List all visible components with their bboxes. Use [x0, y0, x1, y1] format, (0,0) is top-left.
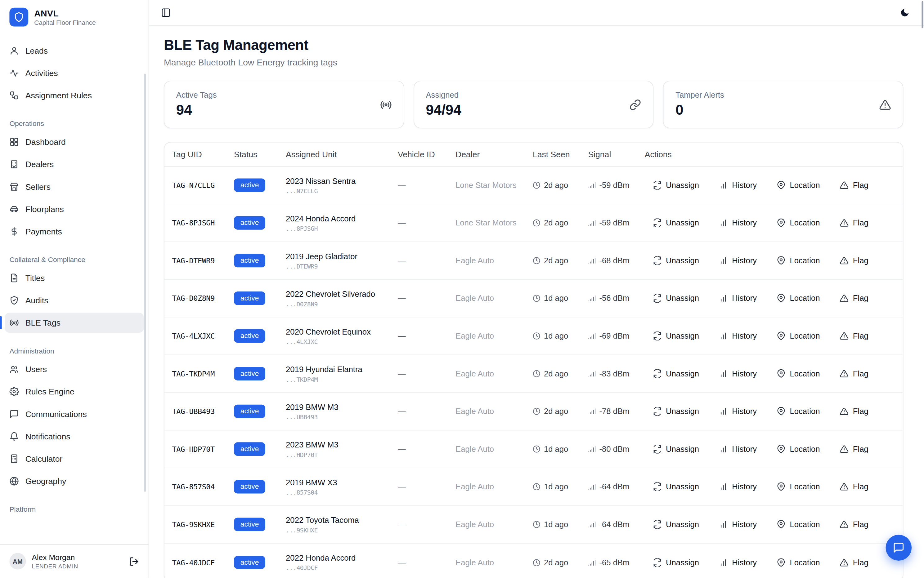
sidebar-item-activities[interactable]: Activities [5, 63, 144, 83]
sidebar-item-rules-engine[interactable]: Rules Engine [5, 382, 144, 402]
unassign-button[interactable]: Unassign [653, 369, 699, 378]
logout-button[interactable] [129, 556, 139, 566]
unassign-button[interactable]: Unassign [653, 294, 699, 303]
history-button[interactable]: History [719, 256, 757, 265]
unassign-button[interactable]: Unassign [653, 256, 699, 265]
location-button[interactable]: Location [777, 407, 820, 416]
location-label: Location [790, 482, 820, 491]
dealer: Eagle Auto [455, 558, 533, 567]
unassign-icon [653, 407, 662, 416]
flag-button[interactable]: Flag [840, 407, 869, 416]
location-button[interactable]: Location [777, 294, 820, 303]
unassign-label: Unassign [666, 520, 699, 529]
flag-button[interactable]: Flag [840, 181, 869, 190]
sidebar-toggle-button[interactable] [161, 8, 171, 18]
location-button[interactable]: Location [777, 482, 820, 491]
last-seen: 1d ago [544, 294, 568, 303]
sidebar-item-dealers[interactable]: Dealers [5, 154, 144, 175]
calculator-icon [9, 454, 19, 463]
user-footer[interactable]: AM Alex Morgan LENDER ADMIN [0, 544, 149, 578]
table-row: TAG-8PJSGH active 2024 Honda Accord ...8… [164, 205, 903, 242]
location-button[interactable]: Location [777, 331, 820, 340]
unassign-button[interactable]: Unassign [653, 558, 699, 567]
unassign-label: Unassign [666, 331, 699, 340]
flag-button[interactable]: Flag [840, 219, 869, 227]
sidebar-scrollbar[interactable] [144, 73, 146, 492]
sidebar-item-notifications[interactable]: Notifications [5, 426, 144, 446]
assigned-unit-id: ...8PJSGH [286, 225, 393, 232]
history-button[interactable]: History [719, 331, 757, 340]
main-scrollbar[interactable] [922, 1, 923, 28]
column-header-status: Status [234, 149, 286, 159]
sidebar-item-assignment-rules[interactable]: Assignment Rules [5, 85, 144, 106]
sidebar-item-dashboard[interactable]: Dashboard [5, 132, 144, 152]
clock-icon [533, 559, 540, 566]
location-button[interactable]: Location [777, 181, 820, 190]
unassign-button[interactable]: Unassign [653, 445, 699, 453]
unassign-button[interactable]: Unassign [653, 520, 699, 529]
history-button[interactable]: History [719, 407, 757, 416]
brand[interactable]: ANVL Capital Floor Finance [0, 0, 149, 32]
activity-icon [9, 68, 19, 78]
history-button[interactable]: History [719, 294, 757, 303]
flag-button[interactable]: Flag [840, 482, 869, 491]
unassign-button[interactable]: Unassign [653, 482, 699, 491]
location-button[interactable]: Location [777, 219, 820, 227]
unassign-button[interactable]: Unassign [653, 331, 699, 340]
flag-button[interactable]: Flag [840, 331, 869, 340]
location-button[interactable]: Location [777, 520, 820, 529]
history-label: History [732, 520, 757, 529]
signal-strength: -59 dBm [599, 219, 629, 227]
history-button[interactable]: History [719, 219, 757, 227]
clock-icon [533, 219, 540, 227]
sidebar-item-users[interactable]: Users [5, 359, 144, 380]
unassign-button[interactable]: Unassign [653, 407, 699, 416]
sidebar-item-titles[interactable]: Titles [5, 268, 144, 288]
sidebar-item-ble-tags[interactable]: BLE Tags [5, 313, 144, 333]
history-button[interactable]: History [719, 520, 757, 529]
unassign-button[interactable]: Unassign [653, 181, 699, 190]
location-button[interactable]: Location [777, 256, 820, 265]
flag-button[interactable]: Flag [840, 520, 869, 529]
unassign-button[interactable]: Unassign [653, 219, 699, 227]
flag-button[interactable]: Flag [840, 445, 869, 453]
sidebar-item-floorplans[interactable]: Floorplans [5, 199, 144, 219]
flag-button[interactable]: Flag [840, 256, 869, 265]
flag-alert-icon [840, 558, 849, 567]
location-button[interactable]: Location [777, 445, 820, 453]
tag-uid: TAG-857S04 [172, 482, 234, 491]
sidebar-item-leads[interactable]: Leads [5, 41, 144, 61]
flag-button[interactable]: Flag [840, 369, 869, 378]
assigned-unit: 2019 Hyundai Elantra [286, 365, 393, 373]
flag-button[interactable]: Flag [840, 294, 869, 303]
sidebar-item-audits[interactable]: Audits [5, 290, 144, 310]
history-label: History [732, 331, 757, 340]
assigned-unit-cell: 2022 Honda Accord ...40JDCF [286, 554, 398, 571]
status-cell: active [234, 556, 286, 569]
sidebar-item-sellers[interactable]: Sellers [5, 177, 144, 197]
history-button[interactable]: History [719, 181, 757, 190]
broadcast-icon [9, 318, 19, 328]
flag-alert-icon [840, 331, 849, 340]
flag-button[interactable]: Flag [840, 558, 869, 567]
unassign-icon [653, 331, 662, 340]
history-button[interactable]: History [719, 482, 757, 491]
sidebar-item-payments[interactable]: Payments [5, 221, 144, 242]
sidebar-item-communications[interactable]: Communications [5, 404, 144, 424]
history-label: History [732, 482, 757, 491]
history-button[interactable]: History [719, 369, 757, 378]
sidebar-item-geography[interactable]: Geography [5, 471, 144, 491]
history-button[interactable]: History [719, 558, 757, 567]
status-cell: active [234, 254, 286, 267]
sidebar-item-calculator[interactable]: Calculator [5, 449, 144, 469]
theme-toggle-button[interactable] [900, 8, 910, 18]
location-button[interactable]: Location [777, 369, 820, 378]
unassign-label: Unassign [666, 219, 699, 227]
dealer: Lone Star Motors [455, 181, 533, 190]
location-button[interactable]: Location [777, 558, 820, 567]
clock-icon [533, 408, 540, 415]
chat-fab-button[interactable] [885, 534, 912, 561]
last-seen: 2d ago [544, 256, 568, 265]
dealer: Eagle Auto [455, 445, 533, 453]
history-button[interactable]: History [719, 445, 757, 453]
